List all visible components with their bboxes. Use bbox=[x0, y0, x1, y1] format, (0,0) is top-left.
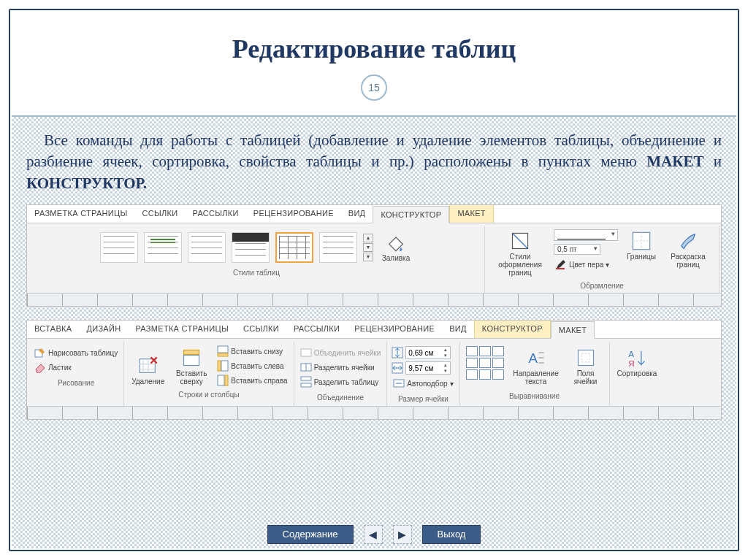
text-direction-button[interactable]: A Направление текста bbox=[510, 346, 562, 387]
contents-button[interactable]: Содержание bbox=[267, 525, 354, 544]
prev-button[interactable]: ◀ bbox=[364, 525, 383, 544]
insert-above-icon bbox=[181, 348, 202, 368]
svg-rect-7 bbox=[218, 346, 228, 353]
intro-paragraph: Все команды для работы с таблицей (добав… bbox=[26, 130, 722, 194]
cell-margins-icon bbox=[576, 348, 596, 368]
col-width-icon bbox=[392, 362, 403, 374]
table-style-thumb[interactable] bbox=[188, 232, 226, 263]
row-height-icon bbox=[392, 347, 403, 358]
tab-review[interactable]: РЕЦЕНЗИРОВАНИЕ bbox=[347, 321, 442, 338]
insert-right-icon bbox=[217, 375, 229, 386]
tab-mailings[interactable]: РАССЫЛКИ bbox=[286, 321, 347, 338]
svg-rect-6 bbox=[184, 350, 199, 355]
page-title: Редактирование таблиц bbox=[10, 34, 738, 64]
svg-rect-12 bbox=[225, 375, 228, 386]
cell-margins-button[interactable]: Поля ячейки bbox=[568, 346, 603, 387]
group-label-framing: Обрамление bbox=[580, 280, 624, 293]
sort-icon: АЯ bbox=[627, 348, 647, 368]
next-button[interactable]: ▶ bbox=[393, 525, 412, 544]
tab-layout-active[interactable]: МАКЕТ bbox=[551, 321, 595, 339]
insert-left-icon bbox=[217, 360, 229, 372]
delete-button[interactable]: Удаление bbox=[129, 354, 167, 387]
tab-design-active[interactable]: КОНСТРУКТОР bbox=[373, 206, 449, 223]
ribbon-constructor: РАЗМЕТКА СТРАНИЦЫ ССЫЛКИ РАССЫЛКИ РЕЦЕНЗ… bbox=[26, 204, 722, 307]
insert-above-button[interactable]: Вставить сверху bbox=[172, 346, 211, 387]
insert-below-button[interactable]: Вставить снизу bbox=[215, 345, 284, 358]
borders-icon bbox=[631, 231, 652, 251]
table-style-thumb[interactable] bbox=[232, 232, 270, 263]
tab-references[interactable]: ССЫЛКИ bbox=[236, 321, 286, 338]
tab-view[interactable]: ВИД bbox=[341, 205, 373, 223]
insert-below-icon bbox=[217, 345, 229, 357]
tab-mailings[interactable]: РАССЫЛКИ bbox=[186, 205, 246, 223]
sort-button[interactable]: АЯ Сортировка bbox=[614, 343, 660, 379]
tab-page-layout[interactable]: РАЗМЕТКА СТРАНИЦЫ bbox=[128, 321, 236, 338]
borders-button[interactable]: Границы bbox=[624, 229, 659, 262]
svg-rect-11 bbox=[218, 375, 224, 386]
tab-view[interactable]: ВИД bbox=[442, 321, 474, 338]
group-label-styles: Стили таблиц bbox=[233, 266, 280, 280]
eraser-icon bbox=[34, 361, 46, 373]
alignment-grid[interactable] bbox=[466, 346, 504, 380]
table-style-thumb[interactable] bbox=[319, 232, 357, 263]
paint-bucket-icon bbox=[386, 232, 406, 253]
border-line-style[interactable] bbox=[554, 229, 618, 241]
group-label-rows-cols: Строки и столбцы bbox=[178, 388, 239, 402]
svg-rect-21 bbox=[578, 350, 593, 366]
group-label-cell-size: Размер ячейки bbox=[398, 393, 449, 406]
split-table-button[interactable]: Разделить таблицу bbox=[299, 375, 381, 388]
height-spinner[interactable]: ▴▾ bbox=[405, 346, 451, 359]
fill-button[interactable]: Заливка bbox=[379, 231, 413, 264]
svg-rect-5 bbox=[184, 356, 199, 366]
ribbon-layout: ВСТАВКА ДИЗАЙН РАЗМЕТКА СТРАНИЦЫ ССЫЛКИ … bbox=[26, 320, 722, 420]
table-style-thumb[interactable] bbox=[100, 232, 138, 263]
svg-rect-8 bbox=[218, 353, 228, 356]
split-cells-icon bbox=[300, 361, 312, 373]
insert-right-button[interactable]: Вставить справа bbox=[215, 374, 289, 387]
svg-rect-9 bbox=[221, 361, 228, 371]
tab-layout[interactable]: МАКЕТ bbox=[449, 205, 493, 223]
svg-rect-15 bbox=[301, 377, 311, 380]
tab-references[interactable]: ССЫЛКИ bbox=[135, 205, 186, 223]
delete-table-icon bbox=[138, 356, 159, 376]
svg-text:А: А bbox=[628, 349, 634, 358]
border-painter-button[interactable]: Раскраска границ bbox=[665, 229, 711, 270]
tab-page-layout[interactable]: РАЗМЕТКА СТРАНИЦЫ bbox=[27, 205, 135, 223]
group-label-alignment: Выравнивание bbox=[509, 390, 560, 403]
pen-color-button[interactable]: Цвет пера ▾ bbox=[554, 258, 611, 271]
ruler bbox=[27, 293, 721, 306]
border-style-icon bbox=[510, 231, 530, 251]
exit-button[interactable]: Выход bbox=[422, 525, 481, 544]
svg-text:Я: Я bbox=[628, 358, 634, 368]
split-table-icon bbox=[300, 376, 312, 388]
split-cells-button[interactable]: Разделить ячейки bbox=[299, 361, 376, 374]
eraser-button[interactable]: Ластик bbox=[33, 361, 73, 374]
table-style-thumb-selected[interactable] bbox=[275, 232, 313, 263]
content-area: Все команды для работы с таблицей (добав… bbox=[12, 117, 736, 548]
insert-left-button[interactable]: Вставить слева bbox=[215, 359, 285, 372]
tab-row: РАЗМЕТКА СТРАНИЦЫ ССЫЛКИ РАССЫЛКИ РЕЦЕНЗ… bbox=[27, 205, 721, 223]
merge-icon bbox=[300, 347, 312, 358]
tab-design[interactable]: ДИЗАЙН bbox=[79, 321, 128, 338]
width-spinner[interactable]: ▴▾ bbox=[405, 361, 451, 375]
border-styles-button[interactable]: Стили оформления границ bbox=[492, 229, 548, 278]
autofit-button[interactable]: Автоподбор ▾ bbox=[392, 377, 454, 390]
svg-rect-10 bbox=[218, 361, 221, 371]
pen-icon bbox=[555, 258, 567, 270]
brush-icon bbox=[678, 231, 698, 251]
merge-cells-button[interactable]: Объединить ячейки bbox=[299, 346, 383, 359]
tab-constructor[interactable]: КОНСТРУКТОР bbox=[474, 321, 551, 338]
page-number-badge: 15 bbox=[361, 74, 387, 101]
ruler bbox=[27, 406, 721, 419]
divider bbox=[12, 115, 736, 117]
table-style-thumb[interactable] bbox=[144, 232, 182, 263]
footer-nav: Содержание ◀ ▶ Выход bbox=[10, 525, 738, 544]
svg-rect-1 bbox=[556, 268, 565, 269]
draw-table-button[interactable]: Нарисовать таблицу bbox=[33, 346, 119, 359]
border-width[interactable]: 0,5 пт bbox=[554, 244, 600, 255]
tab-insert[interactable]: ВСТАВКА bbox=[27, 321, 79, 338]
group-label-merge: Объединение bbox=[317, 391, 364, 404]
svg-text:A: A bbox=[528, 350, 538, 366]
tab-review[interactable]: РЕЦЕНЗИРОВАНИЕ bbox=[246, 205, 341, 223]
text-direction-icon: A bbox=[526, 348, 546, 368]
